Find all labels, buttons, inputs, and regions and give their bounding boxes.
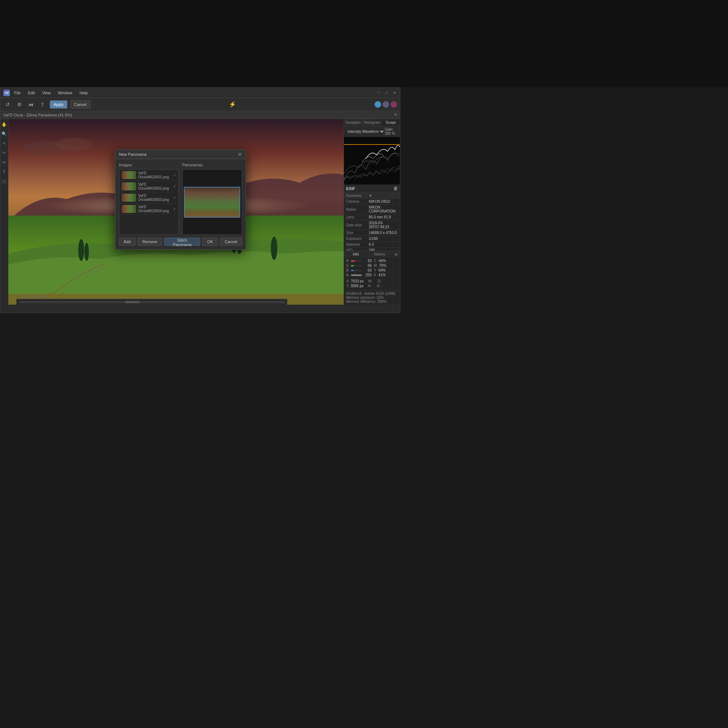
image-list-item[interactable]: Val'D OrciaIMG0003.png ✓ — [119, 192, 178, 203]
new-panorama-dialog[interactable]: New Panorama ✕ Images Val'D Or — [115, 149, 246, 250]
menu-help[interactable]: Help — [78, 90, 89, 96]
lens-label: Lens — [346, 215, 369, 219]
image-thumb-4 — [122, 205, 136, 213]
zoom-tool[interactable]: 🔍 — [1, 131, 8, 137]
image-list-item[interactable]: Val'D OrciaIMG0001.png ✓ — [119, 170, 178, 181]
title-bar: AP File Edit View Window Help ─ □ ✕ — [0, 88, 400, 98]
camera-value: NIKON D810 — [369, 199, 398, 203]
share-tool[interactable]: ⇧ — [38, 100, 47, 109]
text-tool[interactable]: T — [1, 168, 8, 175]
tab-histogram[interactable]: Histogram — [363, 119, 382, 126]
images-header: Images — [119, 163, 179, 167]
image-thumb-3 — [122, 194, 136, 202]
svg-point-7 — [271, 237, 277, 260]
image-list[interactable]: Val'D OrciaIMG0001.png ✓ Val'D OrciaIMG0… — [119, 169, 179, 235]
exif-date-row: Date shot 2018-03-29T07:49:23 — [344, 220, 400, 230]
cancel-button[interactable]: Cancel — [70, 101, 91, 109]
secondary-channels: C 44% M 70% Y 64% — [372, 259, 398, 278]
settings-tool[interactable]: ⚙ — [15, 100, 24, 109]
ch-b-label: B — [346, 268, 350, 272]
dialog-cancel-button[interactable]: Cancel — [220, 238, 242, 246]
refresh-tool[interactable]: ↺ — [3, 100, 12, 109]
app-window: AP File Edit View Window Help ─ □ ✕ ↺ ⚙ … — [0, 87, 401, 313]
apply-button[interactable]: Apply — [50, 101, 67, 109]
size-value: 14689.0 x 4750.0 — [369, 231, 398, 235]
image-title: Val'D Orcia - Elena Paraskeva (41.0%) — [3, 113, 72, 117]
date-label: Date shot — [346, 223, 369, 227]
w-label: W: — [368, 279, 372, 283]
shape-tool[interactable]: ◻ — [1, 178, 8, 185]
ch-r-value: 93 — [363, 259, 372, 263]
iso-value: 160 — [369, 248, 398, 251]
images-column: Images Val'D OrciaIMG0001.png ✓ — [119, 163, 179, 235]
maker-label: Maker — [346, 208, 369, 211]
image-list-item[interactable]: Val'D OrciaIMG0004.png ✓ — [119, 203, 178, 215]
date-value: 2018-03-29T07:49:23 — [369, 221, 398, 229]
paint-tool[interactable]: ✏ — [1, 159, 8, 166]
menu-edit[interactable]: Edit — [27, 90, 37, 96]
prev-tool[interactable]: ⏮ — [27, 100, 35, 109]
color-mode-2[interactable] — [382, 101, 389, 108]
remove-button[interactable]: Remove — [138, 238, 162, 246]
bottom-scrollbar[interactable] — [16, 299, 287, 305]
stitch-panorama-button[interactable]: Stitch Panorama — [164, 238, 200, 246]
info-panel-button[interactable]: ◀ — [391, 251, 400, 257]
rgba-info: RGBA/16 · Adobe RGB (1998) — [346, 292, 398, 295]
image-title-bar: Val'D Orcia - Elena Paraskeva (41.0%) ✕ — [0, 111, 400, 119]
ok-button[interactable]: OK — [202, 238, 218, 246]
info-tabs: Info History ◀ — [344, 251, 400, 257]
ch-c-label: C — [374, 259, 376, 263]
ch-c-value: 44% — [379, 259, 386, 263]
right-panel: Navigator Histogram Scope Intensity Wave… — [344, 119, 400, 305]
scope-mode-select[interactable]: Intensity Waveform — [346, 129, 385, 134]
image-name-2: Val'D OrciaIMG0002.png — [138, 182, 171, 190]
check-1: ✓ — [173, 173, 176, 177]
camera-label: Camera — [346, 199, 369, 203]
svg-point-3 — [78, 239, 84, 261]
image-close-button[interactable]: ✕ — [394, 112, 397, 117]
svg-point-4 — [84, 243, 89, 261]
window-controls: ─ □ ✕ — [376, 90, 397, 95]
image-list-item[interactable]: Val'D OrciaIMG0002.png ✓ — [119, 181, 178, 192]
close-button[interactable]: ✕ — [392, 90, 397, 95]
exif-trash-button[interactable]: 🗑 — [393, 186, 398, 191]
menu-view[interactable]: View — [41, 90, 52, 96]
app-logo: AP — [3, 90, 10, 96]
exif-exposure-row: Exposure 1/160 — [344, 236, 400, 242]
scrollbar-track[interactable] — [18, 301, 285, 303]
tab-info[interactable]: Info — [344, 251, 368, 257]
memory-pressure: Memory pressure: 26% — [346, 295, 398, 300]
ch-b-value: 63 — [363, 268, 372, 272]
color-mode-1[interactable] — [375, 101, 381, 108]
dialog-close-button[interactable]: ✕ — [238, 151, 242, 157]
restore-button[interactable]: □ — [384, 90, 389, 95]
select-tool[interactable]: ↖ — [1, 140, 8, 147]
ch-k-value: 41% — [379, 273, 386, 277]
menu-window[interactable]: Window — [57, 90, 73, 96]
tab-navigator[interactable]: Navigator — [344, 119, 363, 126]
iso-label: ISO — [346, 248, 369, 251]
develop-tool[interactable]: ⚡ — [228, 100, 237, 109]
pan-tool[interactable]: ✋ — [1, 121, 8, 128]
ch-m-label: M — [374, 263, 377, 268]
scrollbar-thumb[interactable] — [125, 301, 140, 303]
dialog-title: New Panorama — [119, 152, 147, 156]
exif-aperture-row: Aperture 6.3 — [344, 242, 400, 248]
canvas-area[interactable]: New Panorama ✕ Images Val'D Or — [8, 119, 344, 305]
maker-value: NIKON CORPORATION — [369, 205, 398, 213]
toolbar: ↺ ⚙ ⏮ ⇧ Apply Cancel ⚡ — [0, 98, 400, 111]
minimize-button[interactable]: ─ — [376, 90, 381, 95]
tab-history[interactable]: History — [368, 251, 391, 257]
color-mode-3[interactable] — [391, 101, 397, 108]
main-content: ✋ 🔍 ↖ ✂ ✏ T ◻ — [0, 119, 400, 305]
summary-dropdown-row[interactable]: Summary ▼ — [344, 193, 400, 199]
menu-file[interactable]: File — [13, 90, 22, 96]
tab-scope[interactable]: Scope — [381, 119, 400, 126]
d-label: D: — [378, 279, 381, 283]
lens-value: 85.0 mm f/1.8 — [369, 215, 398, 219]
add-button[interactable]: Add — [119, 238, 136, 246]
exif-header: EXIF 🗑 — [344, 185, 400, 193]
panel-tabs: Navigator Histogram Scope — [344, 119, 400, 126]
crop-tool[interactable]: ✂ — [1, 150, 8, 156]
check-4: ✓ — [173, 207, 176, 211]
